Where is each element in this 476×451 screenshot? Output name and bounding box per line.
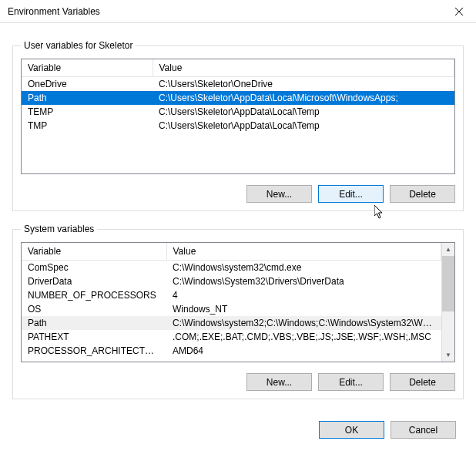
cancel-button[interactable]: Cancel — [391, 421, 456, 439]
cell-value: C:\Users\Skeletor\OneDrive — [153, 77, 454, 92]
table-row[interactable]: TMPC:\Users\Skeletor\AppData\Local\Temp — [22, 119, 454, 133]
cell-variable: TMP — [22, 119, 153, 133]
system-scrollbar[interactable]: ▲ ▼ — [441, 243, 454, 362]
table-row[interactable]: PathC:\Users\Skeletor\AppData\Local\Micr… — [22, 91, 454, 105]
user-variables-table[interactable]: Variable Value OneDriveC:\Users\Skeletor… — [22, 59, 454, 133]
system-buttons-row: New... Edit... Delete — [21, 373, 455, 391]
cell-value: C:\Users\Skeletor\AppData\Local\Microsof… — [153, 91, 454, 105]
cell-variable: ComSpec — [22, 261, 166, 275]
titlebar: Environment Variables — [0, 0, 476, 23]
table-row[interactable]: PATHEXT.COM;.EXE;.BAT;.CMD;.VBS;.VBE;.JS… — [22, 330, 441, 344]
system-delete-button[interactable]: Delete — [390, 373, 455, 391]
user-delete-button[interactable]: Delete — [390, 185, 455, 203]
cell-value: C:\Windows\System32\Drivers\DriverData — [166, 274, 441, 288]
scroll-up-icon[interactable]: ▲ — [442, 243, 454, 256]
cell-variable: OneDrive — [22, 77, 153, 92]
system-edit-button[interactable]: Edit... — [318, 373, 384, 391]
user-variables-group: User variables for Skeletor Variable Val… — [12, 40, 464, 211]
table-row[interactable]: OSWindows_NT — [22, 302, 441, 316]
cell-variable: DriverData — [22, 274, 166, 288]
cell-variable: TEMP — [22, 105, 153, 119]
table-row[interactable]: PROCESSOR_ARCHITECTUREAMD64 — [22, 344, 441, 358]
cell-value: AMD64 — [166, 344, 441, 358]
user-col-variable[interactable]: Variable — [22, 59, 153, 77]
table-row[interactable]: TEMPC:\Users\Skeletor\AppData\Local\Temp — [22, 105, 454, 119]
user-variables-legend: User variables for Skeletor — [21, 40, 136, 51]
cell-variable: PATHEXT — [22, 330, 166, 344]
sys-col-variable[interactable]: Variable — [22, 243, 166, 261]
table-row[interactable]: PathC:\Windows\system32;C:\Windows;C:\Wi… — [22, 316, 441, 330]
user-new-button[interactable]: New... — [246, 185, 312, 203]
cell-value: .COM;.EXE;.BAT;.CMD;.VBS;.VBE;.JS;.JSE;.… — [166, 330, 441, 344]
table-row[interactable]: DriverDataC:\Windows\System32\Drivers\Dr… — [22, 274, 441, 288]
sys-col-value[interactable]: Value — [166, 243, 441, 261]
scroll-down-icon[interactable]: ▼ — [442, 348, 454, 362]
dialog-buttons-row: OK Cancel — [0, 421, 476, 449]
cell-value: C:\Windows\system32\cmd.exe — [166, 261, 441, 275]
cell-value: C:\Windows\system32;C:\Windows;C:\Window… — [166, 316, 441, 330]
scroll-thumb[interactable] — [442, 256, 454, 311]
system-new-button[interactable]: New... — [246, 373, 312, 391]
table-row[interactable]: NUMBER_OF_PROCESSORS4 — [22, 288, 441, 302]
cell-variable: PROCESSOR_ARCHITECTURE — [22, 344, 166, 358]
table-row[interactable]: ComSpecC:\Windows\system32\cmd.exe — [22, 261, 441, 275]
system-variables-table[interactable]: Variable Value ComSpecC:\Windows\system3… — [22, 243, 441, 358]
user-variables-table-wrap: Variable Value OneDriveC:\Users\Skeletor… — [21, 59, 455, 174]
cell-value: C:\Users\Skeletor\AppData\Local\Temp — [153, 105, 454, 119]
cell-value: C:\Users\Skeletor\AppData\Local\Temp — [153, 119, 454, 133]
close-icon — [455, 8, 463, 15]
cell-value: Windows_NT — [166, 302, 441, 316]
system-variables-table-wrap: Variable Value ComSpecC:\Windows\system3… — [21, 242, 455, 362]
system-variables-legend: System variables — [21, 224, 97, 234]
user-edit-button[interactable]: Edit... — [318, 185, 384, 203]
user-buttons-row: New... Edit... Delete — [21, 185, 455, 203]
close-button[interactable] — [441, 0, 476, 23]
scroll-track[interactable] — [442, 256, 454, 348]
user-col-value[interactable]: Value — [153, 59, 454, 77]
table-row[interactable]: OneDriveC:\Users\Skeletor\OneDrive — [22, 77, 454, 92]
cell-variable: Path — [22, 91, 153, 105]
cell-variable: OS — [22, 302, 166, 316]
ok-button[interactable]: OK — [319, 421, 384, 439]
cell-variable: NUMBER_OF_PROCESSORS — [22, 288, 166, 302]
system-variables-group: System variables Variable Value ComSpecC… — [12, 224, 464, 399]
window-title: Environment Variables — [8, 6, 441, 17]
cell-variable: Path — [22, 316, 166, 330]
dialog-content: User variables for Skeletor Variable Val… — [0, 23, 476, 421]
cell-value: 4 — [166, 288, 441, 302]
